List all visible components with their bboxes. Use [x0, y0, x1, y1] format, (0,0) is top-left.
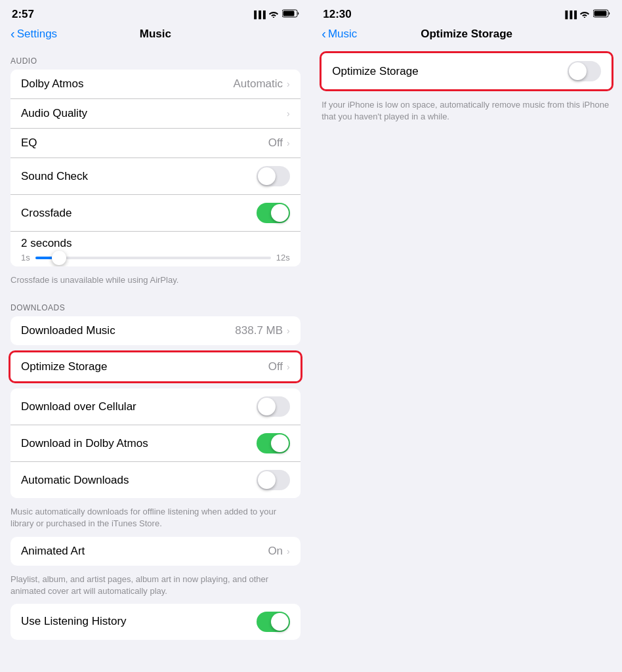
wifi-icon: [268, 9, 279, 20]
right-signal-icon: ▐▐▐: [563, 10, 576, 18]
audio-quality-right: ›: [287, 108, 290, 119]
right-status-icons: ▐▐▐: [563, 9, 610, 20]
listening-history-toggle-thumb: [271, 613, 289, 631]
crossfade-slider-row: 1s 12s: [21, 253, 290, 262]
optimize-storage-right: Off ›: [268, 360, 290, 373]
download-cellular-label: Download over Cellular: [21, 400, 136, 413]
download-dolby-item: Download in Dolby Atmos: [10, 425, 301, 462]
right-optimize-storage-item: Optimize Storage: [321, 53, 612, 89]
eq-value: Off: [268, 136, 283, 150]
right-status-bar: 12:30 ▐▐▐: [311, 0, 622, 25]
right-optimize-storage-label: Optimize Storage: [332, 65, 418, 78]
dolby-atmos-right: Automatic ›: [233, 77, 289, 91]
left-back-chevron-icon: ‹: [10, 26, 15, 41]
dolby-atmos-value: Automatic: [233, 77, 283, 91]
crossfade-toggle-thumb: [271, 204, 289, 222]
automatic-downloads-toggle-thumb: [258, 471, 276, 489]
download-cellular-toggle[interactable]: [257, 396, 290, 417]
eq-right: Off ›: [268, 136, 290, 150]
crossfade-slider-thumb: [52, 251, 66, 265]
download-dolby-label: Download in Dolby Atmos: [21, 437, 148, 450]
audio-quality-label: Audio Quality: [21, 107, 87, 120]
crossfade-label: Crossfade: [21, 207, 72, 220]
left-status-icons: ▐▐▐: [251, 9, 299, 20]
downloads-section-header: DOWNLOADS: [0, 293, 311, 316]
sound-check-toggle[interactable]: [257, 166, 290, 186]
dolby-atmos-item[interactable]: Dolby Atmos Automatic ›: [10, 70, 301, 99]
right-optimize-note: If your iPhone is low on space, automati…: [311, 96, 622, 129]
slider-max-label: 12s: [276, 253, 290, 262]
right-back-chevron-icon: ‹: [321, 26, 326, 41]
eq-label: EQ: [21, 136, 37, 150]
right-nav-bar: ‹ Music Optimize Storage: [311, 25, 622, 46]
optimize-storage-chevron-icon: ›: [287, 362, 290, 372]
download-dolby-toggle-thumb: [271, 434, 289, 452]
left-status-time: 2:57: [12, 8, 34, 21]
left-page-title: Music: [140, 28, 171, 41]
battery-icon: [282, 9, 299, 20]
downloaded-music-item[interactable]: Downloaded Music 838.7 MB ›: [10, 316, 301, 345]
sound-check-label: Sound Check: [21, 170, 88, 183]
right-optimize-storage-toggle-thumb: [569, 62, 587, 80]
automatic-downloads-label: Automatic Downloads: [21, 474, 129, 487]
optimize-storage-label: Optimize Storage: [21, 360, 107, 373]
animated-art-group: Animated Art On ›: [10, 537, 301, 566]
left-back-button[interactable]: ‹ Settings: [10, 27, 57, 41]
svg-rect-1: [283, 11, 294, 16]
crossfade-item: Crossfade: [10, 195, 301, 232]
downloaded-music-chevron-icon: ›: [287, 326, 290, 336]
sound-check-toggle-thumb: [258, 167, 276, 185]
optimize-storage-item[interactable]: Optimize Storage Off ›: [10, 352, 301, 381]
animated-art-chevron-icon: ›: [287, 546, 290, 556]
crossfade-note: Crossfade is unavailable while using Air…: [0, 272, 311, 293]
eq-item[interactable]: EQ Off ›: [10, 129, 301, 158]
right-back-button[interactable]: ‹ Music: [321, 27, 357, 41]
downloads-list-group-top: Downloaded Music 838.7 MB ›: [10, 316, 301, 345]
sound-check-item: Sound Check: [10, 158, 301, 195]
downloaded-music-value: 838.7 MB: [235, 324, 283, 337]
animated-art-label: Animated Art: [21, 545, 85, 558]
right-wifi-icon: [579, 9, 590, 20]
listening-history-item: Use Listening History: [10, 604, 301, 640]
right-status-time: 12:30: [323, 8, 351, 21]
audio-section-header: AUDIO: [0, 46, 311, 70]
left-status-bar: 2:57 ▐▐▐: [0, 0, 311, 25]
right-battery-icon: [593, 9, 610, 20]
dolby-atmos-label: Dolby Atmos: [21, 77, 83, 91]
right-phone-panel: 12:30 ▐▐▐ ‹ Music Optimize Storage Optim…: [311, 0, 622, 672]
left-settings-content: AUDIO Dolby Atmos Automatic › Audio Qual…: [0, 46, 311, 672]
animated-art-right: On ›: [268, 545, 289, 558]
listening-history-toggle[interactable]: [257, 612, 290, 632]
crossfade-slider-container: 2 seconds 1s 12s: [10, 232, 301, 266]
left-phone-panel: 2:57 ▐▐▐ ‹ Settings Music AUDIO Dolby At…: [0, 0, 311, 672]
audio-list-group: Dolby Atmos Automatic › Audio Quality › …: [10, 70, 301, 266]
animated-art-note: Playlist, album, and artist pages, album…: [0, 571, 311, 604]
listening-history-label: Use Listening History: [21, 615, 127, 628]
left-back-label: Settings: [17, 28, 57, 41]
animated-art-item[interactable]: Animated Art On ›: [10, 537, 301, 566]
eq-chevron-icon: ›: [287, 138, 290, 148]
audio-quality-chevron-icon: ›: [287, 108, 290, 119]
signal-icon: ▐▐▐: [251, 10, 264, 18]
audio-quality-item[interactable]: Audio Quality ›: [10, 99, 301, 129]
right-settings-content: Optimize Storage If your iPhone is low o…: [311, 46, 622, 672]
slider-min-label: 1s: [21, 253, 30, 262]
dolby-atmos-chevron-icon: ›: [287, 79, 290, 89]
crossfade-slider-track[interactable]: [35, 257, 271, 259]
downloads-list-group-bottom: Download over Cellular Download in Dolby…: [10, 388, 301, 498]
left-nav-bar: ‹ Settings Music: [0, 25, 311, 46]
download-dolby-toggle[interactable]: [257, 433, 290, 453]
crossfade-toggle[interactable]: [257, 203, 290, 223]
optimize-storage-value: Off: [268, 360, 283, 373]
right-optimize-storage-toggle[interactable]: [568, 61, 601, 81]
automatic-downloads-note: Music automatically downloads for offlin…: [0, 503, 311, 536]
download-cellular-item: Download over Cellular: [10, 388, 301, 425]
downloaded-music-right: 838.7 MB ›: [235, 324, 289, 337]
automatic-downloads-toggle[interactable]: [257, 470, 290, 490]
crossfade-seconds-label: 2 seconds: [21, 237, 290, 250]
right-back-label: Music: [328, 28, 357, 41]
animated-art-value: On: [268, 545, 283, 558]
optimize-storage-highlight-box: Optimize Storage Off ›: [9, 350, 302, 383]
automatic-downloads-item: Automatic Downloads: [10, 462, 301, 498]
listening-history-group: Use Listening History: [10, 604, 301, 640]
